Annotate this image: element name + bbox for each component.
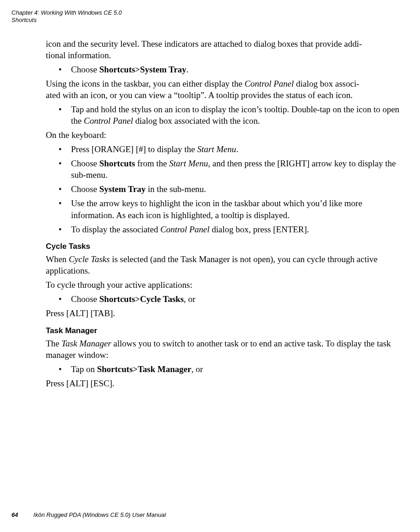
text: Tap on xyxy=(71,364,97,374)
section-heading-cycle-tasks: Cycle Tasks xyxy=(46,241,406,252)
header-section: Shortcuts xyxy=(11,16,409,24)
bold-text: Shortcuts>Task Manager xyxy=(97,364,191,374)
text: in the sub-menu. xyxy=(146,184,206,194)
italic-text: Control Panel xyxy=(160,225,210,234)
list-item: Use the arrow keys to highlight the icon… xyxy=(46,197,406,220)
text: dialog box associ xyxy=(294,79,357,88)
page-footer: 64 Ikôn Rugged PDA (Windows CE 5.0) User… xyxy=(11,511,166,518)
page: Chapter 4: Working With Windows CE 5.0 S… xyxy=(0,0,420,532)
paragraph: On the keyboard: xyxy=(46,129,406,141)
text: . xyxy=(236,144,238,154)
list-item: Choose Shortcuts from the Start Menu, an… xyxy=(46,158,406,181)
bold-text: Shortcuts xyxy=(99,159,135,168)
italic-text: Control Panel xyxy=(84,116,133,126)
paragraph: When Cycle Tasks is selected (and the Ta… xyxy=(46,253,406,276)
bold-text: Shortcuts>System Tray xyxy=(99,65,186,74)
text: Choose xyxy=(71,294,99,304)
main-content: icon and the security level. These indic… xyxy=(46,38,406,389)
italic-text: Task Manager xyxy=(61,339,111,348)
text: Choose xyxy=(71,184,99,194)
bold-text: System Tray xyxy=(99,184,146,194)
text: The xyxy=(46,339,61,348)
text: dialog box associated with the icon. xyxy=(133,116,260,126)
paragraph: Press [ALT] [TAB]. xyxy=(46,307,406,319)
header-chapter: Chapter 4: Working With Windows CE 5.0 xyxy=(11,9,409,16)
list: Choose Shortcuts>Cycle Tasks, or xyxy=(46,293,406,305)
list: Press [ORANGE] [#] to display the Start … xyxy=(46,143,406,235)
text: Using the icons in the taskbar, you can … xyxy=(46,79,245,88)
text: Use the arrow keys to highlight the icon… xyxy=(71,198,362,219)
list: Choose Shortcuts>System Tray. xyxy=(46,64,406,75)
paragraph: To cycle through your active application… xyxy=(46,279,406,291)
list: Tap and hold the stylus on an icon to di… xyxy=(46,104,406,126)
text: from the xyxy=(135,159,169,168)
text: . xyxy=(186,65,189,74)
text: Press [ORANGE] [#] to display the xyxy=(71,144,197,154)
paragraph: Using the icons in the taskbar, you can … xyxy=(46,78,406,101)
text: To display the associated xyxy=(71,225,160,234)
italic-text: Control Panel xyxy=(245,79,294,88)
text: , or xyxy=(184,294,195,304)
text: Choose xyxy=(71,159,99,168)
text: icon and the security level. These indic… xyxy=(46,39,359,49)
bold-text: Shortcuts>Cycle Tasks xyxy=(99,294,184,304)
footer-title: Ikôn Rugged PDA (Windows CE 5.0) User Ma… xyxy=(33,511,166,518)
italic-text: Cycle Tasks xyxy=(69,254,110,264)
list-item: Tap on Shortcuts>Task Manager, or xyxy=(46,363,406,375)
text: ated with an icon, or you can view a “to… xyxy=(46,90,353,100)
page-number: 64 xyxy=(11,511,18,518)
paragraph: icon and the security level. These indic… xyxy=(46,38,406,61)
text: tional information. xyxy=(46,50,111,60)
text: Choose xyxy=(71,65,99,74)
list-item: Press [ORANGE] [#] to display the Start … xyxy=(46,143,406,155)
paragraph: Press [ALT] [ESC]. xyxy=(46,378,406,389)
text: When xyxy=(46,254,69,264)
italic-text: Start Menu xyxy=(197,144,236,154)
list-item: To display the associated Control Panel … xyxy=(46,224,406,235)
list: Tap on Shortcuts>Task Manager, or xyxy=(46,363,406,375)
text: , or xyxy=(191,364,203,374)
section-heading-task-manager: Task Manager xyxy=(46,326,406,336)
list-item: Choose Shortcuts>System Tray. xyxy=(46,64,406,75)
italic-text: Start Menu xyxy=(169,159,208,168)
paragraph: The Task Manager allows you to switch to… xyxy=(46,338,406,361)
list-item: Tap and hold the stylus on an icon to di… xyxy=(46,104,406,126)
list-item: Choose Shortcuts>Cycle Tasks, or xyxy=(46,293,406,305)
page-header: Chapter 4: Working With Windows CE 5.0 S… xyxy=(11,9,409,24)
list-item: Choose System Tray in the sub-menu. xyxy=(46,183,406,195)
text: dialog box, press [ENTER]. xyxy=(209,225,309,234)
